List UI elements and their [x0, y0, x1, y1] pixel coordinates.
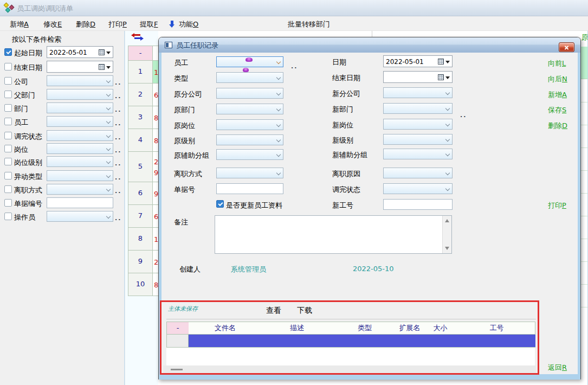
right-combo-3[interactable]	[383, 103, 453, 114]
filter-more-dots-10[interactable]: ..	[115, 188, 121, 195]
right-combo-6[interactable]	[383, 149, 453, 159]
grid-row-number[interactable]: 1	[128, 61, 153, 84]
filter-input-11[interactable]	[47, 197, 113, 208]
filter-date-1[interactable]	[47, 61, 113, 73]
nav-link-2[interactable]: 新增A	[548, 90, 567, 100]
attachment-col-header-6[interactable]: 工号	[458, 322, 535, 335]
filter-checkbox-4[interactable]	[4, 104, 12, 112]
grid-row-number[interactable]: 9	[128, 251, 153, 273]
grid-row-number[interactable]: 3	[128, 106, 153, 129]
nav-link-0[interactable]: 向前L	[548, 59, 566, 68]
filter-more-dots-5[interactable]: ..	[115, 120, 121, 127]
filter-combo-12[interactable]	[47, 211, 113, 222]
new-button[interactable]: 新增A	[10, 20, 29, 29]
filter-checkbox-3[interactable]	[4, 91, 12, 98]
attachment-col-header-4[interactable]: 扩展名	[397, 322, 423, 335]
right-combo-2[interactable]	[383, 87, 453, 98]
grid-row-number[interactable]: 5	[128, 152, 153, 182]
grid-row-number[interactable]: 2	[128, 84, 153, 106]
filter-checkbox-1[interactable]	[4, 63, 12, 70]
nav-link-4[interactable]: 删除D	[548, 121, 567, 131]
batch-transfer-button[interactable]: 批量转移部门	[288, 20, 330, 29]
scrollbar[interactable]	[442, 216, 451, 253]
filter-checkbox-12[interactable]	[4, 213, 12, 220]
attachment-col-header-2[interactable]: 描述	[262, 322, 333, 335]
swap-columns-icon[interactable]	[132, 32, 144, 42]
right-more-dots-3[interactable]: ..	[460, 112, 467, 119]
filter-combo-9[interactable]	[47, 170, 113, 181]
left-more-dots-0[interactable]: ..	[291, 63, 298, 70]
attachment-col-header-1[interactable]: 文件名	[189, 322, 262, 335]
filter-combo-8[interactable]	[47, 156, 113, 167]
filter-more-dots-2[interactable]: ..	[115, 79, 121, 86]
right-combo-8[interactable]	[383, 183, 453, 194]
scroll-up-icon[interactable]	[445, 219, 449, 222]
grid-row-number[interactable]: 4	[128, 129, 153, 152]
delete-button[interactable]: 删除D	[76, 20, 95, 29]
left-input-8[interactable]	[216, 183, 283, 194]
attachment-col-header-5[interactable]: 大小	[422, 322, 459, 335]
filter-checkbox-7[interactable]	[4, 145, 12, 152]
filter-checkbox-0[interactable]	[4, 48, 12, 56]
left-combo-7[interactable]	[216, 168, 283, 178]
print-link[interactable]: 打印P	[548, 201, 566, 210]
filter-date-0[interactable]: 2022-05-01	[47, 46, 113, 58]
view-button[interactable]: 查看	[266, 306, 281, 316]
right-combo-4[interactable]	[383, 119, 453, 130]
scroll-down-icon[interactable]	[445, 247, 449, 250]
filter-combo-5[interactable]	[47, 116, 113, 127]
right-date-1[interactable]	[383, 71, 453, 83]
filter-more-dots-12[interactable]: ..	[115, 215, 121, 222]
filter-checkbox-11[interactable]	[4, 199, 12, 207]
grid-row-number[interactable]: 6	[128, 182, 153, 205]
filter-combo-3[interactable]	[47, 89, 113, 100]
filter-more-dots-6[interactable]: ..	[115, 134, 121, 141]
right-combo-5[interactable]	[383, 134, 453, 145]
filter-checkbox-8[interactable]	[4, 158, 12, 165]
attachment-col-header-0[interactable]: -	[166, 322, 189, 335]
filter-more-dots-7[interactable]: ..	[115, 147, 121, 154]
attachment-col-header-3[interactable]: 类型	[332, 322, 398, 335]
filter-checkbox-9[interactable]	[4, 172, 12, 179]
left-combo-6[interactable]	[216, 149, 283, 160]
left-combo-2[interactable]	[216, 88, 283, 99]
filter-combo-10[interactable]	[47, 184, 113, 195]
left-combo-1[interactable]	[216, 72, 283, 83]
filter-more-dots-9[interactable]: ..	[115, 174, 121, 181]
right-input-9[interactable]	[383, 199, 453, 210]
modify-button[interactable]: 修改E	[43, 20, 62, 29]
filter-combo-4[interactable]	[47, 102, 113, 113]
filter-combo-6[interactable]	[47, 130, 113, 141]
attachment-hscroll[interactable]	[163, 365, 536, 373]
filter-checkbox-2[interactable]	[4, 77, 12, 85]
function-button[interactable]: 功能O	[179, 20, 198, 29]
back-link[interactable]: 返回R	[548, 363, 567, 373]
print-button[interactable]: 打印P	[108, 20, 127, 29]
nav-link-3[interactable]: 保存S	[548, 105, 566, 115]
filter-checkbox-10[interactable]	[4, 185, 12, 193]
filter-checkbox-6[interactable]	[4, 132, 12, 139]
grid-row-number[interactable]: 8	[128, 228, 153, 251]
grid-corner-cell[interactable]: -	[128, 46, 153, 61]
left-combo-4[interactable]	[216, 119, 283, 130]
right-date-0[interactable]: 2022-05-01	[383, 55, 453, 67]
attachment-selected-row[interactable]	[189, 335, 535, 348]
filter-checkbox-5[interactable]	[4, 118, 12, 125]
attachment-row-selector[interactable]	[166, 335, 189, 348]
filter-more-dots-3[interactable]: ..	[115, 93, 121, 100]
attachment-hscroll-thumb[interactable]	[171, 369, 183, 370]
left-combo-5[interactable]	[216, 134, 283, 145]
filter-more-dots-4[interactable]: ..	[115, 106, 121, 113]
update-employee-checkbox[interactable]	[216, 200, 224, 208]
nav-link-1[interactable]: 向后N	[548, 74, 567, 84]
download-button[interactable]: 下载	[297, 306, 312, 316]
filter-more-dots-8[interactable]: ..	[115, 160, 121, 167]
grid-row-number[interactable]: 7	[128, 205, 153, 228]
right-combo-7[interactable]	[383, 168, 453, 178]
grid-row-number[interactable]: 10	[128, 273, 153, 296]
extract-button[interactable]: 提取F	[140, 20, 158, 29]
filter-combo-2[interactable]	[47, 75, 113, 86]
left-combo-3[interactable]	[216, 104, 283, 114]
remark-textarea[interactable]	[215, 215, 452, 254]
filter-combo-7[interactable]	[47, 143, 113, 154]
